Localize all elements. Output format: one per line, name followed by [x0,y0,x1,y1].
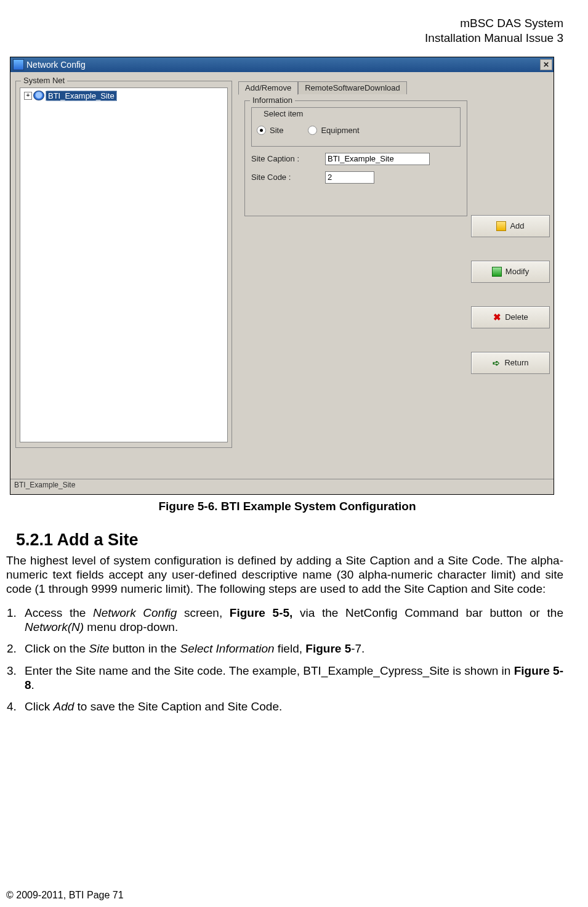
site-code-input[interactable] [325,171,374,184]
site-caption-row: Site Caption : [251,153,461,165]
delete-icon: ✖ [493,313,501,322]
header-line-1: mBSC DAS System [6,16,563,31]
tab-add-remove[interactable]: Add/Remove [238,81,298,95]
equipment-radio-wrap[interactable]: Equipment [308,126,359,135]
information-groupbox: Information Select item Site Equipment S… [244,100,467,216]
document-header: mBSC DAS System Installation Manual Issu… [6,16,568,46]
equipment-radio[interactable] [308,126,317,135]
radio-dot-icon [260,129,263,132]
tab-remote-download[interactable]: RemoteSoftwareDownload [298,81,407,94]
figure-caption: Figure 5-6. BTI Example System Configura… [6,500,568,513]
dialog-title: Network Config [26,60,86,70]
site-tree[interactable]: + BTI_Example_Site [20,87,228,442]
system-net-groupbox: System Net + BTI_Example_Site [15,81,232,448]
step-2: Click on the Site button in the Select I… [20,641,563,656]
dialog-titlebar: Network Config ✕ [10,57,554,72]
step-4: Click Add to save the Site Caption and S… [20,699,563,714]
site-radio-label: Site [270,126,283,135]
header-line-2: Installation Manual Issue 3 [6,31,563,46]
steps-list: Access the Network Config screen, Figure… [6,606,563,714]
step-3: Enter the Site name and the Site code. T… [20,664,563,692]
equipment-radio-label: Equipment [321,126,359,135]
modify-button-label: Modify [505,267,529,276]
delete-button[interactable]: ✖ Delete [471,306,550,328]
app-icon [13,59,24,70]
site-icon [33,91,44,100]
close-icon: ✕ [543,60,549,69]
step-1: Access the Network Config screen, Figure… [20,606,563,634]
intro-paragraph: The highest level of system configuratio… [6,553,563,596]
return-icon: ➪ [492,359,501,367]
action-button-column: Add Modify ✖ Delete ➪ Return [471,215,549,374]
page-footer: © 2009‑2011, BTI Page 71 [6,890,124,901]
select-item-label: Select item [261,109,305,118]
modify-icon [492,267,502,277]
close-button[interactable]: ✕ [540,59,552,70]
add-icon [496,221,506,231]
add-button-label: Add [510,221,524,230]
site-radio-wrap[interactable]: Site [257,126,283,135]
expand-icon[interactable]: + [24,92,32,100]
information-label: Information [250,96,295,105]
tree-root-row[interactable]: + BTI_Example_Site [22,91,226,101]
tree-item-selected[interactable]: BTI_Example_Site [46,91,117,101]
dialog-body: System Net + BTI_Example_Site Add/Remove… [10,72,554,479]
status-bar: BTI_Example_Site [10,479,554,494]
modify-button[interactable]: Modify [471,261,550,283]
site-caption-label: Site Caption : [251,154,325,163]
return-button[interactable]: ➪ Return [471,352,550,374]
site-radio[interactable] [257,126,266,135]
tab-bar: Add/Remove RemoteSoftwareDownload [238,81,407,94]
site-code-row: Site Code : [251,171,461,184]
return-button-label: Return [504,358,528,367]
network-config-dialog: Network Config ✕ System Net + BTI_Exampl… [10,57,554,495]
page-number: 71 [113,890,124,900]
section-heading: 5.2.1 Add a Site [16,531,568,550]
select-item-box: Select item Site Equipment [251,107,461,147]
add-button[interactable]: Add [471,215,550,237]
copyright-text: © 2009‑2011, BTI Page [6,890,113,900]
delete-button-label: Delete [505,312,528,322]
system-net-label: System Net [21,76,67,85]
site-code-label: Site Code : [251,173,325,182]
site-caption-input[interactable] [325,153,430,165]
